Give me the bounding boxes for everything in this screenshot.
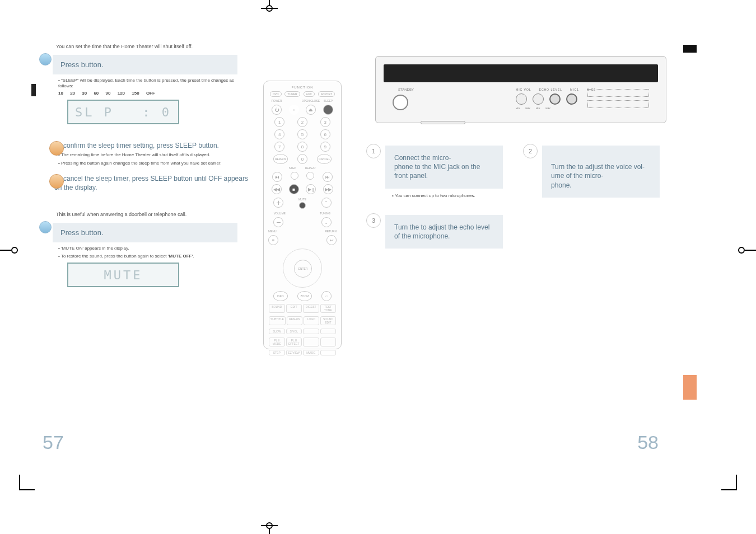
rr-blank5: [320, 350, 337, 355]
mute-note-b: • To restore the sound, press the button…: [58, 254, 243, 259]
remain-button-icon: REMAIN: [273, 154, 288, 164]
step-1-marker: [39, 53, 52, 65]
rr-ezview: EZ VIEW: [286, 350, 302, 355]
remote-src-anynet: ANYNET: [318, 91, 335, 97]
mic-vol-knob-icon: [516, 93, 527, 105]
mute-note-a-text: 'MUTE ON' appears in the display.: [61, 246, 129, 251]
tune-down-icon: ⌄: [321, 217, 332, 227]
remote-src-tuner: TUNER: [284, 91, 300, 97]
menu-icon: ≡: [268, 235, 278, 245]
remote-function-label: FUNCTION: [268, 86, 337, 89]
seq60: 60: [94, 91, 99, 96]
callout1-note1-text: The remaining time before the Home Theat…: [61, 152, 211, 157]
step-1-circle: 1: [366, 144, 381, 158]
seq150: 150: [132, 91, 139, 96]
step-3-circle: 3: [366, 213, 381, 228]
eject-icon: ⏏: [306, 105, 316, 115]
step-btn-icon: [291, 172, 298, 180]
sleep-seq-text: "SLEEP" will be displayed. Each time the…: [58, 78, 234, 88]
step-mute-marker: [39, 221, 52, 233]
echo-level-knob-icon: [533, 93, 544, 105]
tv-icon: ▫: [289, 105, 299, 115]
step-2-circle: 2: [523, 144, 538, 158]
minmax4: MAX: [545, 107, 550, 110]
seqoff: OFF: [146, 91, 155, 96]
key-2: 2: [297, 117, 307, 127]
display-slp: SL P : 0: [67, 100, 179, 124]
crop-mark-top: [261, 0, 278, 17]
callout-confirm-sleep: To confirm the sleep timer setting, pres…: [53, 141, 254, 150]
rp-step3: Turn the to adjust the echo level of the…: [385, 215, 503, 249]
seq90: 90: [106, 91, 111, 96]
rr-blank4: [320, 338, 337, 346]
device-front-panel: STANDBY MIC VOL ECHO LEVEL MIC1 MIC2 MIN…: [375, 56, 666, 123]
rewind-icon: ◀◀: [272, 184, 282, 194]
pl2-icon: ▭: [321, 291, 332, 301]
callout-bullet-2: [49, 174, 64, 189]
rr-soundedit: SOUND EDIT: [320, 316, 336, 325]
rr-music: MUSIC: [303, 350, 319, 355]
key-7: 7: [274, 142, 284, 152]
next-icon: ⏭: [323, 172, 333, 182]
rp-step2: Turn the to adjust the voice vol- ume of…: [542, 146, 660, 198]
page-58: Connecting the Microphone STANDBY MIC VO…: [370, 39, 683, 465]
step1-post: button.: [81, 60, 104, 69]
step2-pre: Press: [60, 228, 81, 237]
device-foot: [421, 121, 465, 124]
vol-down-icon: −: [273, 217, 283, 227]
remote-lbl-open: OPEN/CLOSE: [302, 99, 320, 102]
display-mute-text: MUTE: [104, 268, 143, 282]
remote-menu-label: MENU: [268, 229, 302, 233]
mute-note-b-bold: 'MUTE OFF': [168, 254, 193, 259]
remote-tuning-label: TUNING: [314, 212, 337, 215]
zoom-button-icon: ZOOM: [297, 291, 312, 301]
seq120: 120: [118, 91, 125, 96]
callout-cancel-text: To cancel the sleep timer, press SLEEP b…: [54, 174, 254, 192]
remote-src-dvd: DVD: [270, 91, 282, 97]
mic2-jack-icon: [566, 93, 577, 105]
rr-testtone: TEST TONE: [320, 304, 337, 313]
rr-remain: REMAIN: [287, 316, 302, 325]
key-5: 5: [297, 129, 307, 139]
crop-mark-right: [737, 242, 756, 259]
sleep-button-icon: [323, 105, 333, 115]
step2-post: button.: [81, 228, 104, 237]
tab-left: [31, 84, 36, 96]
vol-up-icon: +: [273, 198, 283, 208]
play-pause-icon: ▶||: [306, 184, 316, 194]
page-57: Sleep Timer Function You can set the tim…: [39, 39, 353, 465]
rp-step1: Connect the micro- phone to the MIC jack…: [385, 146, 503, 189]
cancel-button-icon: CANCEL: [317, 154, 332, 164]
lbl-echo: ECHO LEVEL: [539, 88, 562, 91]
tab-right-black: [683, 45, 697, 53]
dpad-icon: [283, 249, 322, 288]
key-1: 1: [274, 117, 284, 127]
crop-mark-left: [0, 242, 19, 259]
seq20: 20: [70, 91, 75, 96]
lbl-micvol: MIC VOL: [516, 88, 531, 91]
rr-blank1: [303, 329, 319, 334]
mute-note-b-post: .: [193, 254, 194, 259]
standby-label: STANDBY: [398, 88, 414, 91]
remote-repeat-label: REPEAT: [305, 166, 316, 170]
rr-edit: EDIT: [286, 304, 302, 313]
remote-lbl-sleep: SLEEP: [320, 99, 337, 102]
key-9: 9: [320, 142, 330, 152]
rr-blank3: [303, 338, 319, 346]
display-mute: MUTE: [67, 263, 179, 287]
minmax3: MIN: [536, 107, 540, 110]
rr-sound: SOUND: [269, 304, 285, 313]
intro-sleep-timer: You can set the time that the Home Theat…: [56, 44, 353, 49]
rp-step1-note-text: You can connect up to two microphones.: [395, 193, 475, 198]
repeat-btn-icon: [306, 172, 314, 180]
seq30: 30: [82, 91, 87, 96]
key-3: 3: [320, 117, 330, 127]
remote-return-label: RETURN: [302, 229, 337, 233]
remote-src-aux: AUX: [304, 91, 315, 97]
callout-bullet-1: [49, 141, 64, 156]
key-6: 6: [320, 129, 330, 139]
step1-pre: Press: [60, 60, 81, 69]
rr-subtitle: SUBTITLE: [269, 316, 286, 325]
rr-digest: DIGEST: [303, 304, 319, 313]
remote-control-illustration: FUNCTION DVD TUNER AUX ANYNET POWER OPEN…: [263, 81, 342, 349]
